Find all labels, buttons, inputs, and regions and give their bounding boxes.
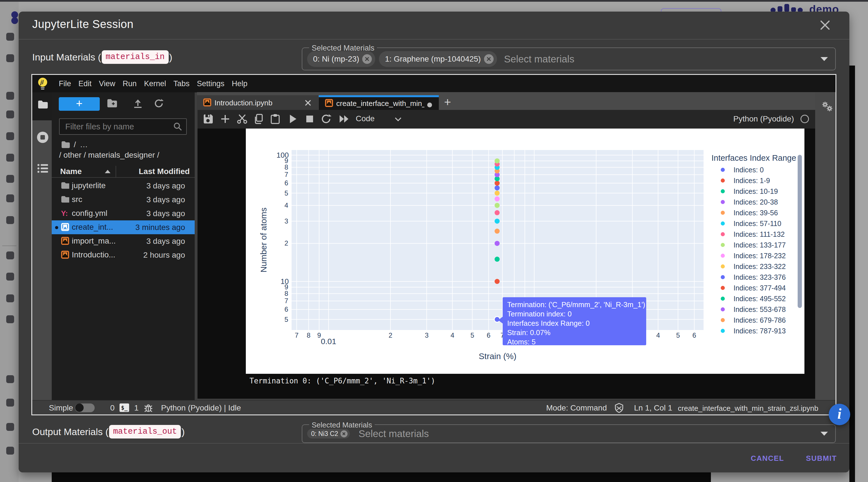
input-materials-select[interactable]: Selected Materials 0: Ni (mp-23)1: Graph… — [302, 47, 836, 70]
cell-type-select[interactable]: Code — [356, 114, 375, 123]
menu-help[interactable]: Help — [228, 79, 251, 88]
kernel-count[interactable]: 0 — [110, 404, 115, 413]
menu-view[interactable]: View — [95, 79, 119, 88]
bug-icon[interactable] — [144, 403, 153, 415]
menu-run[interactable]: Run — [119, 79, 141, 88]
tab-introduction-ipynb[interactable]: Introduction.ipynb — [197, 95, 318, 110]
cursor-position[interactable]: Ln 1, Col 1 — [634, 404, 672, 413]
property-inspector-gear-icon[interactable] — [822, 101, 833, 114]
app-right-panel-edge — [849, 66, 855, 482]
file-row-src[interactable]: src3 days ago — [52, 193, 195, 206]
new-tab-button[interactable]: + — [439, 95, 456, 110]
new-folder-icon[interactable] — [107, 99, 117, 109]
add-cell-icon[interactable] — [220, 114, 230, 125]
breadcrumb-ellipsis[interactable]: … — [80, 140, 88, 149]
notebook-file-icon — [325, 99, 333, 108]
menu-edit[interactable]: Edit — [75, 79, 95, 88]
menu-file[interactable]: File — [55, 79, 75, 88]
run-cell-icon[interactable] — [288, 114, 298, 125]
upload-icon[interactable] — [133, 99, 143, 109]
save-icon[interactable] — [203, 114, 213, 125]
close-icon[interactable] — [819, 19, 831, 31]
app-toolbar-icon — [6, 33, 14, 41]
input-materials-label: Input Materials (materials_in) — [32, 50, 173, 64]
svg-text:2: 2 — [284, 239, 288, 247]
file-row-config-yml[interactable]: Y:config.yml3 days ago — [52, 206, 195, 220]
cancel-button[interactable]: CANCEL — [741, 451, 794, 465]
terminal-icon[interactable]: $_ — [120, 404, 129, 412]
column-header-name[interactable]: Name — [60, 167, 82, 176]
trust-shield-icon[interactable] — [615, 403, 624, 415]
chip-remove-icon[interactable] — [484, 54, 494, 64]
file-name: import_ma... — [72, 236, 116, 246]
file-modified: 3 days ago — [146, 182, 185, 190]
simple-mode-toggle[interactable] — [75, 404, 95, 412]
svg-text:5: 5 — [470, 331, 474, 339]
svg-text:Indices: 377-494: Indices: 377-494 — [734, 284, 786, 292]
stop-kernel-icon[interactable] — [305, 114, 314, 125]
new-launcher-button[interactable]: + — [59, 97, 100, 111]
cut-cells-icon[interactable] — [237, 114, 248, 125]
tab-create-interface-with-min[interactable]: create_interface_with_min_ — [319, 95, 439, 110]
dialog-footer-divider — [19, 443, 849, 444]
chip-remove-icon[interactable] — [340, 430, 347, 437]
file-row-import-ma-[interactable]: import_ma...3 days ago — [52, 234, 195, 248]
svg-text:2: 2 — [389, 331, 392, 339]
notebook-document: 78923456789234560.010.156789234567891010… — [197, 129, 815, 399]
dialog-title: JupyterLite Session — [32, 18, 134, 31]
menu-kernel[interactable]: Kernel — [141, 79, 170, 88]
submit-button[interactable]: SUBMIT — [793, 451, 849, 465]
output-materials-placeholder[interactable]: Select materials — [359, 428, 429, 439]
tab-dirty-indicator[interactable] — [427, 102, 432, 107]
running-kernels-tab-icon[interactable] — [37, 131, 49, 144]
refresh-icon[interactable] — [154, 99, 164, 109]
input-materials-code-chip: materials_in — [102, 50, 169, 64]
output-materials-select[interactable]: Selected Materials 0: Ni3 C2Select mater… — [302, 424, 836, 443]
breadcrumb-root[interactable]: / — [74, 140, 76, 149]
input-materials-placeholder[interactable]: Select materials — [504, 54, 575, 65]
output-materials-dropdown-icon[interactable] — [820, 432, 828, 436]
svg-text:9: 9 — [317, 331, 321, 339]
kernel-status-icon[interactable] — [801, 115, 809, 123]
app-toolbar-icon — [6, 447, 14, 455]
cell-output-text: Termination 0: ('C_P6/mmm_2', 'Ni_R-3m_1… — [249, 377, 435, 385]
copy-cells-icon[interactable] — [254, 114, 264, 125]
app-left-toolbar-divider — [2, 246, 17, 246]
material-chip[interactable]: 0: Ni3 C2 — [307, 429, 350, 439]
terminal-count[interactable]: 1 — [134, 404, 139, 413]
file-row-introductio-[interactable]: Introductio...2 hours ago — [52, 248, 195, 262]
app-toolbar-icon — [6, 315, 14, 323]
column-header-modified[interactable]: Last Modified — [139, 167, 190, 176]
menu-settings[interactable]: Settings — [193, 79, 228, 88]
material-chip-label: 0: Ni3 C2 — [311, 430, 338, 438]
svg-text:Interfaces Index Range: 0: Interfaces Index Range: 0 — [507, 319, 590, 327]
run-all-icon[interactable] — [339, 114, 350, 125]
notebook-icon — [61, 237, 69, 245]
filter-files-input[interactable]: Filter files by name — [59, 118, 187, 135]
file-row-create-int-[interactable]: create_int...3 minutes ago — [52, 220, 195, 234]
kernel-status[interactable]: Python (Pyodide) | Idle — [161, 404, 241, 413]
chip-remove-icon[interactable] — [362, 54, 372, 64]
home-folder-icon[interactable] — [61, 141, 70, 148]
cell-type-dropdown-icon[interactable] — [394, 117, 402, 122]
material-chip[interactable]: 1: Graphene (mp-1040425) — [379, 51, 497, 67]
material-chip[interactable]: 0: Ni (mp-23) — [307, 51, 375, 67]
breadcrumb-path[interactable]: / other / materials_designer / — [59, 151, 159, 160]
svg-text:0.01: 0.01 — [321, 337, 337, 346]
folder-tab-icon[interactable] — [38, 100, 48, 110]
info-button[interactable]: i — [829, 404, 850, 425]
menu-tabs[interactable]: Tabs — [170, 79, 193, 88]
table-of-contents-tab-icon[interactable] — [37, 164, 49, 174]
restart-kernel-icon[interactable] — [321, 114, 332, 125]
folder-icon — [61, 195, 69, 203]
input-materials-dropdown-icon[interactable] — [820, 57, 828, 61]
svg-text:5: 5 — [284, 189, 288, 197]
plotly-output: 78923456789234560.010.156789234567891010… — [246, 129, 804, 374]
paste-cells-icon[interactable] — [270, 114, 280, 125]
material-chip-label: 0: Ni (mp-23) — [313, 55, 359, 64]
file-row-jupyterlite[interactable]: jupyterlite3 days ago — [52, 179, 195, 193]
scatter-chart[interactable]: 78923456789234560.010.156789234567891010… — [246, 129, 804, 374]
tab-close-icon[interactable] — [304, 99, 312, 106]
kernel-name[interactable]: Python (Pyodide) — [733, 115, 794, 124]
app-toolbar-icon — [6, 110, 14, 118]
